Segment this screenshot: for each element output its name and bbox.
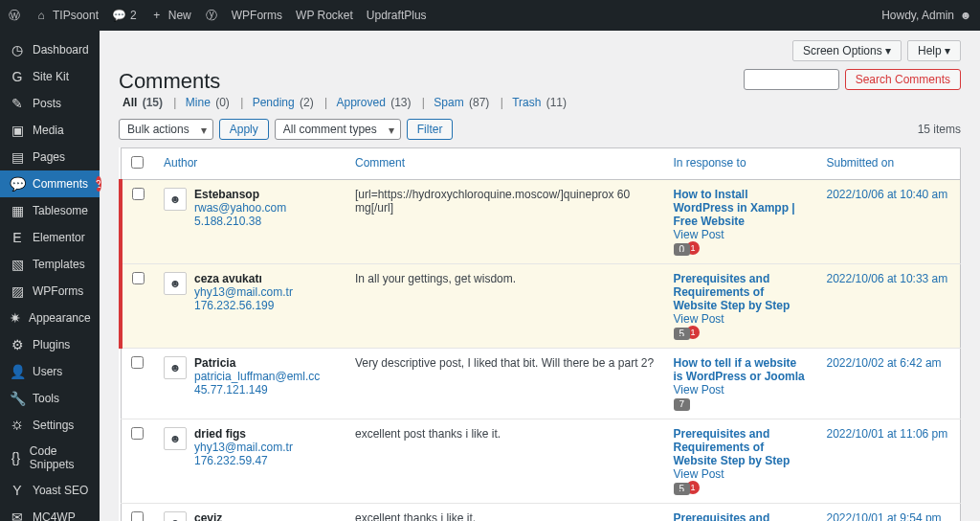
filter-all[interactable]: All (15): [122, 96, 165, 109]
sidebar-item-appearance[interactable]: ✷Appearance: [0, 305, 100, 331]
sidebar-item-tablesome[interactable]: ▦Tablesome: [0, 197, 100, 224]
author-email[interactable]: patricia_luffman@eml.cc: [194, 370, 336, 383]
sidebar-item-templates[interactable]: ▧Templates: [0, 251, 100, 278]
sidebar-item-pages[interactable]: ▤Pages: [0, 144, 100, 170]
table-row: ☻cevizyhy13@mail.com.tr176.232.59.47exce…: [121, 504, 961, 522]
row-checkbox[interactable]: [132, 188, 145, 200]
menu-icon: 💬: [10, 176, 25, 192]
author-ip[interactable]: 5.188.210.38: [194, 215, 336, 228]
wp-logo[interactable]: Ⓦ: [8, 8, 21, 24]
menu-icon: ▧: [10, 257, 25, 272]
filter-spam[interactable]: Spam (87): [434, 96, 491, 109]
help-button[interactable]: Help ▾: [907, 40, 961, 61]
comment-bubble[interactable]: 7: [674, 398, 691, 411]
author-name: dried figs: [194, 427, 246, 441]
comment-types-select[interactable]: All comment types: [275, 119, 401, 140]
view-post-link[interactable]: View Post: [674, 228, 808, 241]
menu-icon: ✷: [10, 310, 21, 326]
sidebar-item-wpforms[interactable]: ▨WPForms: [0, 278, 100, 305]
post-link[interactable]: Prerequisites and Requirements of Websit…: [674, 511, 808, 521]
menu-icon: ⛭: [10, 418, 25, 433]
yoast-icon[interactable]: ⓨ: [205, 8, 218, 24]
submitted-date[interactable]: 2022/10/06 at 10:33 am: [827, 272, 951, 285]
main-content: Screen Options ▾ Help ▾ Comments Search …: [100, 31, 980, 521]
submitted-date[interactable]: 2022/10/02 at 6:42 am: [827, 356, 951, 370]
apply-button[interactable]: Apply: [219, 119, 269, 140]
sidebar-item-plugins[interactable]: ⚙Plugins: [0, 331, 100, 358]
menu-label: Yoast SEO: [33, 484, 88, 497]
submitted-date[interactable]: 2022/10/06 at 10:40 am: [827, 188, 951, 201]
sidebar-item-yoast-seo[interactable]: YYoast SEO: [0, 477, 100, 504]
view-post-link[interactable]: View Post: [674, 383, 808, 396]
submitted-date[interactable]: 2022/10/01 at 11:06 pm: [827, 427, 951, 441]
sidebar-item-elementor[interactable]: EElementor: [0, 224, 100, 251]
sidebar-item-users[interactable]: 👤Users: [0, 358, 100, 385]
sidebar-item-site-kit[interactable]: GSite Kit: [0, 63, 100, 90]
filter-approved[interactable]: Approved (13): [336, 96, 412, 109]
comment-bubble[interactable]: 5: [674, 483, 691, 495]
wpforms-link[interactable]: WPForms: [232, 9, 282, 22]
menu-label: Plugins: [33, 338, 70, 351]
view-post-link[interactable]: View Post: [674, 467, 808, 481]
row-checkbox[interactable]: [131, 356, 144, 369]
new-content[interactable]: +New: [150, 9, 191, 22]
sidebar-item-dashboard[interactable]: ◷Dashboard: [0, 36, 100, 63]
sidebar-item-tools[interactable]: 🔧Tools: [0, 385, 100, 412]
row-checkbox[interactable]: [131, 427, 144, 440]
comment-bubble[interactable]: 5: [674, 328, 691, 340]
col-date[interactable]: Submitted on: [817, 148, 961, 180]
sidebar-item-posts[interactable]: ✎Posts: [0, 90, 100, 117]
author-email[interactable]: rwas@yahoo.com: [194, 201, 336, 215]
author-email[interactable]: yhy13@mail.com.tr: [194, 285, 336, 299]
row-checkbox[interactable]: [131, 511, 144, 521]
row-checkbox[interactable]: [132, 272, 145, 284]
comments-count[interactable]: 💬2: [112, 9, 137, 22]
filter-button[interactable]: Filter: [407, 119, 454, 140]
menu-icon: E: [10, 230, 25, 245]
comment-text: In all your gettings, get wisdom.: [345, 264, 664, 349]
menu-icon: {}: [10, 450, 22, 465]
sidebar-item-settings[interactable]: ⛭Settings: [0, 412, 100, 439]
sidebar-item-code-snippets[interactable]: {}Code Snippets: [0, 439, 100, 477]
sidebar-item-mc4wp[interactable]: ✉MC4WP: [0, 504, 100, 521]
post-link[interactable]: How to tell if a website is WordPress or…: [674, 356, 808, 383]
status-filter-links: All (15) | Mine (0) | Pending (2) | Appr…: [119, 96, 961, 109]
menu-label: Dashboard: [33, 43, 89, 57]
filter-trash[interactable]: Trash (11): [512, 96, 568, 109]
avatar: ☻: [164, 427, 187, 450]
bulk-actions-select[interactable]: Bulk actions: [119, 119, 213, 140]
post-link[interactable]: How to Install WordPress in Xampp | Free…: [674, 188, 808, 228]
filter-mine[interactable]: Mine (0): [186, 96, 232, 109]
author-ip[interactable]: 176.232.59.47: [194, 454, 336, 467]
menu-icon: ✉: [10, 510, 25, 521]
search-comments-button[interactable]: Search Comments: [845, 69, 961, 90]
wprocket-link[interactable]: WP Rocket: [296, 9, 353, 22]
view-post-link[interactable]: View Post: [674, 312, 808, 326]
comment-bubble[interactable]: 0: [674, 243, 691, 256]
menu-label: Site Kit: [33, 70, 69, 83]
author-ip[interactable]: 176.232.56.199: [194, 299, 336, 312]
menu-icon: 👤: [10, 364, 25, 379]
author-ip[interactable]: 45.77.121.149: [194, 383, 336, 396]
sidebar-item-comments[interactable]: 💬Comments2: [0, 170, 100, 197]
select-all-checkbox[interactable]: [131, 156, 144, 169]
post-link[interactable]: Prerequisites and Requirements of Websit…: [674, 272, 808, 312]
howdy-account[interactable]: Howdy, Admin ☻: [881, 9, 972, 22]
filter-pending[interactable]: Pending (2): [253, 96, 316, 109]
screen-options-button[interactable]: Screen Options ▾: [792, 40, 902, 61]
comment-text: Very descriptive post, I liked that bit.…: [345, 349, 664, 419]
site-name[interactable]: ⌂TIPsoont: [34, 9, 99, 22]
menu-label: Appearance: [29, 311, 91, 325]
submitted-date[interactable]: 2022/10/01 at 9:54 pm: [827, 511, 951, 521]
col-author[interactable]: Author: [154, 148, 345, 180]
author-email[interactable]: yhy13@mail.com.tr: [194, 441, 336, 454]
col-comment[interactable]: Comment: [345, 148, 664, 180]
comment-text: excellent thanks i like it.: [345, 504, 664, 522]
col-response[interactable]: In response to: [664, 148, 817, 180]
post-link[interactable]: Prerequisites and Requirements of Websit…: [674, 427, 808, 467]
updraftplus-link[interactable]: UpdraftPlus: [367, 9, 427, 22]
admin-bar: Ⓦ ⌂TIPsoont 💬2 +New ⓨ WPForms WP Rocket …: [0, 0, 980, 31]
search-input[interactable]: [744, 69, 839, 90]
menu-icon: ▨: [10, 283, 25, 299]
sidebar-item-media[interactable]: ▣Media: [0, 117, 100, 144]
